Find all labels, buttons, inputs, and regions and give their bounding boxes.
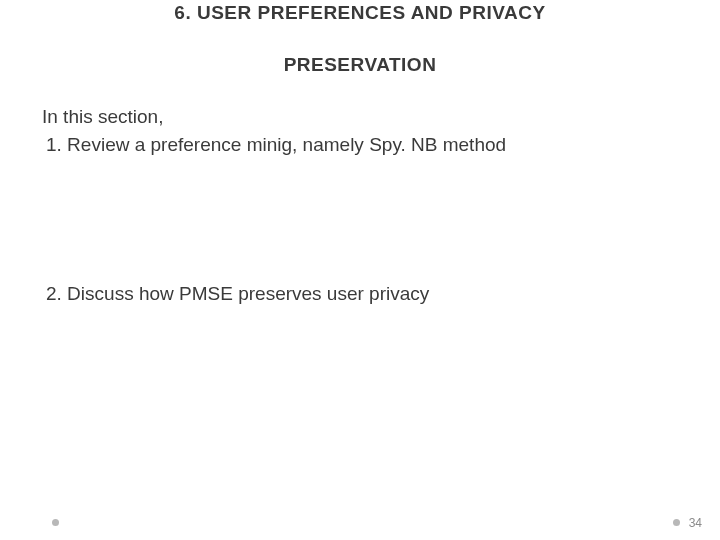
slide-title-line1: 6. USER PREFERENCES AND PRIVACY (0, 0, 720, 24)
list-item: 2. Discuss how PMSE preserves user priva… (42, 281, 678, 307)
footer-bullet-icon (673, 519, 680, 526)
slide-footer: 34 (0, 508, 720, 528)
footer-bullet-icon (52, 519, 59, 526)
slide-body: In this section, 1. Review a preference … (0, 104, 720, 307)
slide-title-line2: PRESERVATION (0, 54, 720, 76)
page-number: 34 (689, 516, 702, 530)
intro-text: In this section, (42, 104, 678, 130)
list-item: 1. Review a preference minig, namely Spy… (42, 132, 678, 158)
